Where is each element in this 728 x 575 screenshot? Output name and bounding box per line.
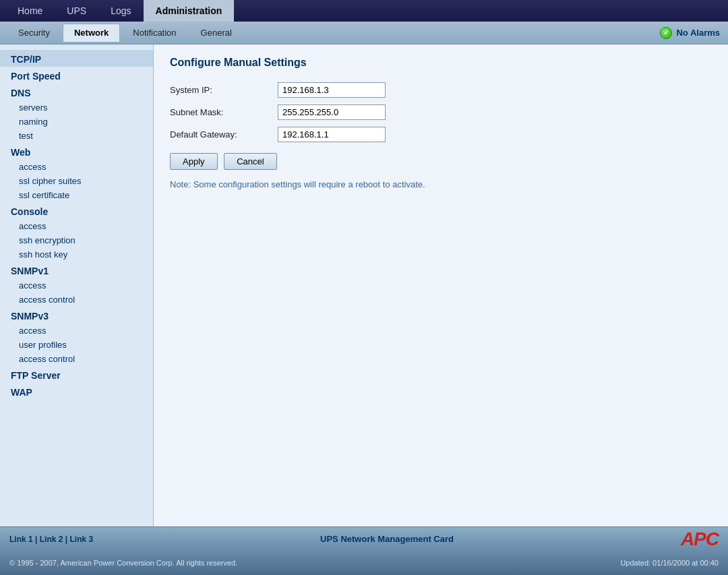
note-text: Note: Some configuration settings will r… xyxy=(170,179,712,189)
settings-form: System IP: Subnet Mask: Default Gateway: xyxy=(170,82,712,142)
sidebar-item-tcpip[interactable]: TCP/IP xyxy=(0,50,153,67)
page-title: Configure Manual Settings xyxy=(170,57,712,69)
main-content: TCP/IP Port Speed DNS servers naming tes… xyxy=(0,44,728,526)
sidebar: TCP/IP Port Speed DNS servers naming tes… xyxy=(0,44,154,526)
footer: Link 1 | Link 2 | Link 3 UPS Network Man… xyxy=(0,526,728,551)
footer-link-2[interactable]: Link 2 xyxy=(40,535,63,544)
tab-security[interactable]: Security xyxy=(7,24,61,42)
apc-logo: APC xyxy=(681,528,719,550)
copyright-text: © 1995 - 2007, American Power Conversion… xyxy=(9,559,237,567)
sidebar-item-dns-servers[interactable]: servers xyxy=(0,100,153,115)
updated-text: Updated: 01/16/2000 at 00:40 xyxy=(620,559,719,567)
sidebar-item-web-ssl-cert[interactable]: ssl certificate xyxy=(0,188,153,202)
sidebar-item-ftp[interactable]: FTP Server xyxy=(0,366,153,383)
sidebar-item-web[interactable]: Web xyxy=(0,143,153,160)
form-row-default-gateway: Default Gateway: xyxy=(170,127,712,142)
sidebar-item-portspeed[interactable]: Port Speed xyxy=(0,67,153,84)
secondary-navigation: Security Network Notification General ✓ … xyxy=(0,22,728,44)
form-row-subnet-mask: Subnet Mask: xyxy=(170,104,712,120)
nav-ups[interactable]: UPS xyxy=(55,0,98,22)
sidebar-item-snmpv3-access[interactable]: access xyxy=(0,324,153,338)
tab-network[interactable]: Network xyxy=(63,24,120,42)
default-gateway-input[interactable] xyxy=(278,127,386,142)
sidebar-item-web-ssl-cipher[interactable]: ssl cipher suites xyxy=(0,174,153,188)
tab-notification[interactable]: Notification xyxy=(121,24,187,42)
nav-home[interactable]: Home xyxy=(5,0,55,22)
sidebar-item-console-ssh-enc[interactable]: ssh encryption xyxy=(0,233,153,247)
alarms-indicator: ✓ No Alarms xyxy=(660,27,720,39)
footer-link-3[interactable]: Link 3 xyxy=(69,535,93,544)
sidebar-item-snmpv1[interactable]: SNMPv1 xyxy=(0,262,153,278)
system-ip-input[interactable] xyxy=(278,82,386,98)
footer-links: Link 1 | Link 2 | Link 3 xyxy=(9,535,93,544)
footer-link-1[interactable]: Link 1 xyxy=(9,535,33,544)
sidebar-item-snmpv1-access-control[interactable]: access control xyxy=(0,293,153,307)
sidebar-item-wap[interactable]: WAP xyxy=(0,383,153,400)
sidebar-item-console-access[interactable]: access xyxy=(0,219,153,233)
sidebar-item-dns-naming[interactable]: naming xyxy=(0,115,153,129)
sidebar-item-console-ssh-key[interactable]: ssh host key xyxy=(0,247,153,262)
apply-button[interactable]: Apply xyxy=(170,153,218,170)
sidebar-item-snmpv3[interactable]: SNMPv3 xyxy=(0,307,153,324)
nav-administration[interactable]: Administration xyxy=(144,0,235,22)
cancel-button[interactable]: Cancel xyxy=(224,153,276,170)
nav-logs[interactable]: Logs xyxy=(98,0,143,22)
sidebar-item-web-access[interactable]: access xyxy=(0,160,153,174)
footer-center-text: UPS Network Management Card xyxy=(93,534,681,544)
sidebar-item-dns[interactable]: DNS xyxy=(0,84,153,100)
system-ip-label: System IP: xyxy=(170,85,278,95)
form-actions: Apply Cancel xyxy=(170,153,712,170)
alarms-label: No Alarms xyxy=(676,28,720,38)
sidebar-item-dns-test[interactable]: test xyxy=(0,129,153,143)
sidebar-item-snmpv3-access-control[interactable]: access control xyxy=(0,352,153,366)
tab-general[interactable]: General xyxy=(189,24,243,42)
subnet-mask-input[interactable] xyxy=(278,104,386,120)
sidebar-item-snmpv1-access[interactable]: access xyxy=(0,278,153,293)
alarm-dot-icon: ✓ xyxy=(660,27,672,39)
subnet-mask-label: Subnet Mask: xyxy=(170,107,278,117)
content-area: Configure Manual Settings System IP: Sub… xyxy=(154,44,728,526)
sidebar-item-snmpv3-user-profiles[interactable]: user profiles xyxy=(0,338,153,352)
form-row-system-ip: System IP: xyxy=(170,82,712,98)
top-navigation: Home UPS Logs Administration xyxy=(0,0,728,22)
bottom-bar: © 1995 - 2007, American Power Conversion… xyxy=(0,551,728,575)
default-gateway-label: Default Gateway: xyxy=(170,129,278,140)
sidebar-item-console[interactable]: Console xyxy=(0,202,153,219)
